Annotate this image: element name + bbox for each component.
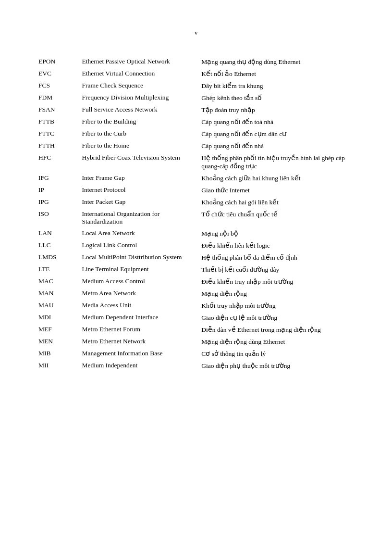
full-form-cell: International Organization for Standardi… bbox=[82, 208, 201, 227]
vietnamese-cell: Khoảng cách giữa hai khung liên kết bbox=[201, 172, 354, 184]
table-row: ISOInternational Organization for Standa… bbox=[38, 208, 354, 227]
abbreviation-cell: MDI bbox=[38, 312, 82, 324]
table-row: FTTHFiber to the HomeCáp quang nối đến n… bbox=[38, 140, 354, 152]
table-row: MDIMedium Dependent InterfaceGiao diện c… bbox=[38, 312, 354, 324]
vietnamese-cell: Diễn đàn về Ethernet trong mạng diện rộn… bbox=[201, 324, 354, 336]
abbreviation-cell: MIB bbox=[38, 348, 82, 360]
full-form-cell: Medium Dependent Interface bbox=[82, 312, 201, 324]
vietnamese-cell: Thiết bị kết cuối đường dây bbox=[201, 264, 354, 276]
abbreviation-cell: LLC bbox=[38, 239, 82, 251]
vietnamese-cell: Giao diện cụ lệ môi trường bbox=[201, 312, 354, 324]
abbreviation-cell: FDM bbox=[38, 92, 82, 104]
full-form-cell: Metro Area Network bbox=[82, 288, 201, 300]
abbreviation-cell: HFC bbox=[38, 152, 82, 172]
abbreviation-cell: MEF bbox=[38, 324, 82, 336]
full-form-cell: Fiber to the Building bbox=[82, 116, 201, 128]
abbreviation-cell: LTE bbox=[38, 264, 82, 276]
table-row: LTELine Terminal EquipmentThiết bị kết c… bbox=[38, 264, 354, 276]
table-row: LLCLogical Link ControlĐiều khiển liên k… bbox=[38, 239, 354, 251]
full-form-cell: Local Area Network bbox=[82, 227, 201, 239]
abbreviation-cell: MII bbox=[38, 360, 82, 372]
abbreviation-cell: ISO bbox=[38, 208, 82, 227]
vietnamese-cell: Tổ chức tiêu chuẩn quốc tế bbox=[201, 208, 354, 227]
vietnamese-cell: Cáp quang nối đến nhà bbox=[201, 140, 354, 152]
full-form-cell: Inter Packet Gap bbox=[82, 196, 201, 208]
abbreviation-cell: EVC bbox=[38, 68, 82, 80]
vietnamese-cell: Hệ thống phân phối tín hiệu truyền hình … bbox=[201, 152, 354, 172]
full-form-cell: Metro Ethernet Forum bbox=[82, 324, 201, 336]
full-form-cell: Ethernet Passive Optical Network bbox=[82, 56, 201, 68]
abbreviation-cell: LAN bbox=[38, 227, 82, 239]
page: v EPONEthernet Passive Optical NetworkMạ… bbox=[0, 0, 392, 540]
table-row: MENMetro Ethernet NetworkMạng diện rộng … bbox=[38, 336, 354, 348]
full-form-cell: Frequency Division Multiplexing bbox=[82, 92, 201, 104]
abbreviation-cell: IPG bbox=[38, 196, 82, 208]
vietnamese-cell: Khoảng cách hai gói liên kết bbox=[201, 196, 354, 208]
page-number: v bbox=[38, 29, 354, 37]
abbreviation-cell: FTTC bbox=[38, 128, 82, 140]
table-row: FTTBFiber to the BuildingCáp quang nối đ… bbox=[38, 116, 354, 128]
vietnamese-cell: Khối truy nhập môi trường bbox=[201, 300, 354, 312]
abbreviation-cell: IFG bbox=[38, 172, 82, 184]
vietnamese-cell: Tập đoàn truy nhập bbox=[201, 104, 354, 116]
vietnamese-cell: Ghép kênh theo tần số bbox=[201, 92, 354, 104]
table-row: MEFMetro Ethernet ForumDiễn đàn về Ether… bbox=[38, 324, 354, 336]
vietnamese-cell: Kết nối ảo Ethernet bbox=[201, 68, 354, 80]
vietnamese-cell: Dãy bit kiểm tra khung bbox=[201, 80, 354, 92]
vietnamese-cell: Cáp quang nối đến toà nhà bbox=[201, 116, 354, 128]
vietnamese-cell: Mạng diện rộng bbox=[201, 288, 354, 300]
vietnamese-cell: Mạng quang thụ động dùng Ethernet bbox=[201, 56, 354, 68]
full-form-cell: Medium Independent bbox=[82, 360, 201, 372]
vietnamese-cell: Cơ sở thông tin quản lý bbox=[201, 348, 354, 360]
vietnamese-cell: Giao diện phụ thuộc môi trường bbox=[201, 360, 354, 372]
abbreviation-cell: FTTB bbox=[38, 116, 82, 128]
full-form-cell: Frame Check Sequence bbox=[82, 80, 201, 92]
full-form-cell: Metro Ethernet Network bbox=[82, 336, 201, 348]
abbreviation-cell: MAU bbox=[38, 300, 82, 312]
table-row: MANMetro Area NetworkMạng diện rộng bbox=[38, 288, 354, 300]
vietnamese-cell: Cáp quang nối đến cụm dân cư bbox=[201, 128, 354, 140]
table-row: MIIMedium IndependentGiao diện phụ thuộc… bbox=[38, 360, 354, 372]
table-row: FTTCFiber to the CurbCáp quang nối đến c… bbox=[38, 128, 354, 140]
table-row: IFGInter Frame GapKhoảng cách giữa hai k… bbox=[38, 172, 354, 184]
full-form-cell: Local MultiPoint Disttribution System bbox=[82, 251, 201, 264]
full-form-cell: Fiber to the Home bbox=[82, 140, 201, 152]
full-form-cell: Media Access Unit bbox=[82, 300, 201, 312]
abbreviation-table: EPONEthernet Passive Optical NetworkMạng… bbox=[38, 56, 354, 372]
full-form-cell: Management Information Base bbox=[82, 348, 201, 360]
full-form-cell: Internet Protocol bbox=[82, 184, 201, 196]
table-row: IPGInter Packet GapKhoảng cách hai gói l… bbox=[38, 196, 354, 208]
table-row: MIBManagement Information BaseCơ sở thôn… bbox=[38, 348, 354, 360]
full-form-cell: Medium Access Control bbox=[82, 276, 201, 288]
vietnamese-cell: Mạng nội bộ bbox=[201, 227, 354, 239]
abbreviation-cell: LMDS bbox=[38, 251, 82, 264]
abbreviation-cell: FSAN bbox=[38, 104, 82, 116]
abbreviation-cell: MAN bbox=[38, 288, 82, 300]
full-form-cell: Full Service Access Network bbox=[82, 104, 201, 116]
table-row: LANLocal Area NetworkMạng nội bộ bbox=[38, 227, 354, 239]
full-form-cell: Fiber to the Curb bbox=[82, 128, 201, 140]
vietnamese-cell: Giao thức Internet bbox=[201, 184, 354, 196]
full-form-cell: Hybrid Fiber Coax Television System bbox=[82, 152, 201, 172]
table-row: IPInternet ProtocolGiao thức Internet bbox=[38, 184, 354, 196]
abbreviation-cell: FTTH bbox=[38, 140, 82, 152]
abbreviation-cell: FCS bbox=[38, 80, 82, 92]
abbreviation-cell: MAC bbox=[38, 276, 82, 288]
full-form-cell: Line Terminal Equipment bbox=[82, 264, 201, 276]
table-row: LMDSLocal MultiPoint Disttribution Syste… bbox=[38, 251, 354, 264]
vietnamese-cell: Điều khiển liên kết logic bbox=[201, 239, 354, 251]
table-row: MACMedium Access ControlĐiều khiển truy … bbox=[38, 276, 354, 288]
abbreviation-cell: MEN bbox=[38, 336, 82, 348]
full-form-cell: Ethernet Virtual Connection bbox=[82, 68, 201, 80]
table-row: FCSFrame Check SequenceDãy bit kiểm tra … bbox=[38, 80, 354, 92]
table-row: HFCHybrid Fiber Coax Television SystemHệ… bbox=[38, 152, 354, 172]
full-form-cell: Inter Frame Gap bbox=[82, 172, 201, 184]
table-row: FSANFull Service Access NetworkTập đoàn … bbox=[38, 104, 354, 116]
vietnamese-cell: Điều khiển truy nhập môi trường bbox=[201, 276, 354, 288]
table-row: FDMFrequency Division MultiplexingGhép k… bbox=[38, 92, 354, 104]
table-row: EPONEthernet Passive Optical NetworkMạng… bbox=[38, 56, 354, 68]
table-row: MAUMedia Access UnitKhối truy nhập môi t… bbox=[38, 300, 354, 312]
vietnamese-cell: Hệ thống phân bổ đa điểm cố định bbox=[201, 251, 354, 264]
vietnamese-cell: Mạng diện rộng dùng Ethernet bbox=[201, 336, 354, 348]
abbreviation-cell: EPON bbox=[38, 56, 82, 68]
